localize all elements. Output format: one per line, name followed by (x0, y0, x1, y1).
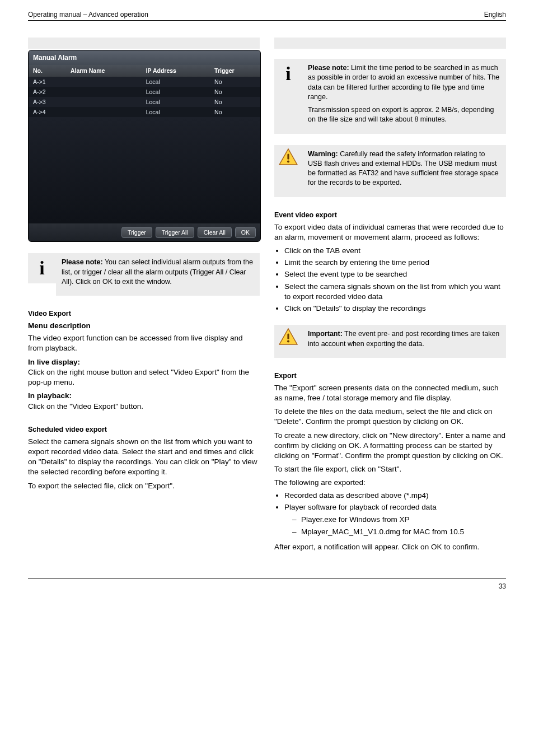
note-body2: Transmission speed on export is approx. … (308, 105, 500, 125)
trigger-all-button[interactable]: Trigger All (156, 227, 194, 238)
list-item: Click on the TAB event (284, 246, 506, 256)
page-number: 33 (499, 582, 506, 591)
info-note: i Please note: You can select individual… (28, 253, 260, 296)
list-item: Limit the search by entering the time pe… (284, 258, 506, 268)
table-row[interactable]: A->4LocalNo (29, 107, 260, 117)
export-p3: To create a new directory, click on "New… (274, 431, 506, 461)
section-scheduled: Scheduled video export (28, 425, 260, 435)
list-item: Player software for playback of recorded… (284, 502, 506, 538)
warn-title: Warning: (308, 150, 338, 158)
warning-note: Warning: Carefully read the safety infor… (274, 145, 506, 197)
export-p1: The "Export" screen presents data on the… (274, 383, 506, 403)
note-title: Please note: (308, 64, 349, 72)
section-event-export: Event video export (274, 211, 506, 220)
list-item: Click on "Details" to display the record… (284, 304, 506, 314)
event-export-intro: To export video data of individual camer… (274, 222, 506, 242)
caution-icon (279, 328, 298, 345)
list-item: Select the camera signals shown on the l… (284, 282, 506, 302)
svg-point-2 (287, 160, 289, 162)
col-no: No. (29, 65, 66, 76)
table-row[interactable]: A->1LocalNo (29, 77, 260, 87)
col-alarm-name: Alarm Name (66, 65, 142, 76)
right-column: i Please note: Limit the time period to … (274, 38, 506, 556)
export-p4: To start the file export, click on "Star… (274, 464, 506, 474)
dialog-title: Manual Alarm (29, 50, 260, 65)
col-trigger: Trigger (210, 65, 260, 76)
event-export-steps: Click on the TAB event Limit the search … (274, 246, 506, 314)
list-item: Recorded data as described above (*.mp4) (284, 491, 506, 501)
list-item: Select the event type to be searched (284, 269, 506, 279)
left-shade-top (28, 38, 260, 49)
exported-list: Recorded data as described above (*.mp4)… (274, 491, 506, 538)
info-icon: i (285, 64, 291, 83)
right-shade-top (274, 38, 506, 49)
scheduled-p2: To export the selected file, click on "E… (28, 481, 260, 491)
para-access: The video export function can be accesse… (28, 333, 260, 353)
info-note-right: i Please note: Limit the time period to … (274, 59, 506, 134)
export-p2: To delete the files on the data medium, … (274, 407, 506, 427)
header-left: Operating manual – Advanced operation (28, 10, 148, 19)
export-after: After export, a notification will appear… (274, 542, 506, 552)
section-video-export: Video Export (28, 309, 260, 319)
page-header: Operating manual – Advanced operation En… (28, 10, 506, 19)
svg-point-5 (287, 340, 289, 343)
table-row[interactable]: A->3LocalNo (29, 97, 260, 107)
manual-alarm-table: No. Alarm Name IP Address Trigger A->1Lo… (29, 65, 260, 117)
section-export: Export (274, 371, 506, 381)
manual-alarm-screenshot: Manual Alarm No. Alarm Name IP Address T… (28, 50, 260, 242)
list-item: Player.exe for Windows from XP (292, 515, 506, 525)
info-icon: i (39, 259, 44, 278)
header-right: English (484, 10, 506, 19)
trigger-button[interactable]: Trigger (121, 227, 152, 238)
exported-lead: The following are exported: (274, 478, 506, 488)
table-row[interactable]: A->2LocalNo (29, 87, 260, 97)
list-item: Mplayer_MAC_M1_V1.0.dmg for MAC from 10.… (292, 527, 506, 537)
svg-rect-4 (287, 334, 289, 339)
subsection-menu-desc: Menu description (28, 321, 260, 331)
left-column: Manual Alarm No. Alarm Name IP Address T… (28, 38, 260, 556)
caution-icon (279, 148, 298, 165)
ok-button[interactable]: OK (235, 227, 256, 238)
scheduled-p1: Select the camera signals shown on the l… (28, 437, 260, 478)
clear-all-button[interactable]: Clear All (198, 227, 232, 238)
para-live: In live display:Click on the right mouse… (28, 357, 260, 388)
page-footer: 33 (28, 578, 506, 591)
note-title: Please note: (62, 258, 103, 266)
header-rule (28, 20, 506, 21)
para-playback: In playback:Click on the "Video Export" … (28, 391, 260, 411)
important-note: Important: The event pre- and post recor… (274, 325, 506, 358)
important-title: Important: (308, 330, 343, 338)
svg-rect-1 (287, 153, 289, 159)
table-empty-area (29, 117, 260, 223)
col-ip: IP Address (142, 65, 210, 76)
